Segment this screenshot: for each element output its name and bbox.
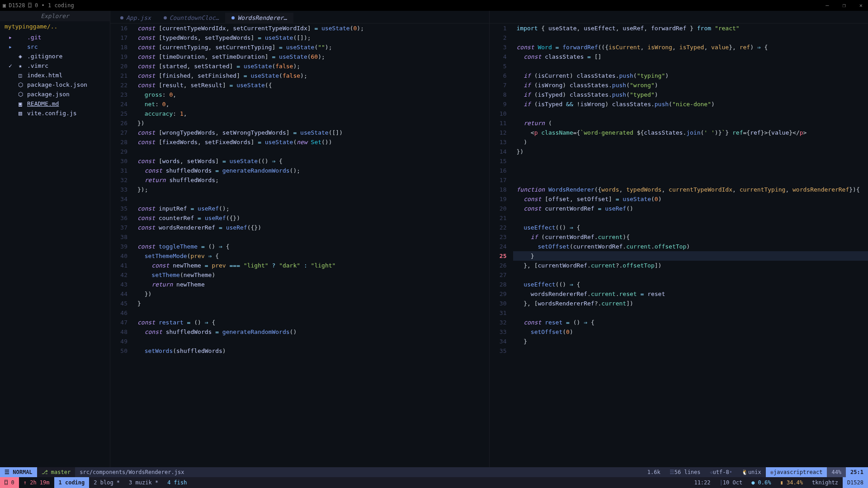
- code-line[interactable]: }): [134, 118, 489, 128]
- tab-bar: App.jsxCountdownCloc…WordsRenderer…: [110, 11, 489, 23]
- code-line[interactable]: net: 0,: [134, 99, 489, 109]
- code-line[interactable]: });: [134, 185, 489, 194]
- file-type: ◉ javascriptreact: [766, 467, 827, 477]
- code-line[interactable]: const [finished, setFinished] = useState…: [134, 71, 489, 80]
- code-line[interactable]: accuracy: 1,: [134, 109, 489, 118]
- code-line[interactable]: [513, 175, 868, 185]
- code-line[interactable]: setOffset(0): [513, 327, 868, 337]
- code-line[interactable]: return (: [513, 118, 868, 128]
- code-line[interactable]: return shuffledWords;: [134, 175, 489, 185]
- code-line[interactable]: const reset = () ⇒ {: [513, 318, 868, 327]
- code-line[interactable]: gross: 0,: [134, 90, 489, 99]
- code-line[interactable]: if (isTyped && !isWrong) classStates.pus…: [513, 99, 868, 109]
- code-line[interactable]: const [started, setStarted] = useState(f…: [134, 61, 489, 71]
- code-line[interactable]: const [result, setResult] = useState({: [134, 80, 489, 90]
- code-line[interactable]: const counterRef = useRef({}): [134, 213, 489, 223]
- tree-item-packagejson[interactable]: ⬡package.json: [0, 89, 110, 99]
- code-editor-left[interactable]: 1617181920212223242526272829303132333435…: [110, 23, 489, 467]
- code-line[interactable]: }: [134, 299, 489, 308]
- code-line[interactable]: wordsRendererRef.current.reset = reset: [513, 289, 868, 299]
- code-line[interactable]: if (isWrong) classStates.push("wrong"): [513, 80, 868, 90]
- code-line[interactable]: <p className={`word-generated ${classSta…: [513, 128, 868, 137]
- code-line[interactable]: if (isTyped) classStates.push("typed"): [513, 90, 868, 99]
- code-line[interactable]: import { useState, useEffect, useRef, fo…: [513, 23, 868, 33]
- code-line[interactable]: [134, 308, 489, 318]
- code-line[interactable]: const wordsRendererRef = useRef({}): [134, 223, 489, 232]
- code-line[interactable]: }: [513, 251, 868, 261]
- code-line[interactable]: }, [wordsRendererRef?.current]): [513, 299, 868, 308]
- code-line[interactable]: [513, 33, 868, 42]
- code-line[interactable]: ): [513, 137, 868, 147]
- code-line[interactable]: useEffect(() ⇒ {: [513, 280, 868, 289]
- tree-item-viteconfigjs[interactable]: ▤vite.config.js: [0, 108, 110, 118]
- code-line[interactable]: [513, 109, 868, 118]
- git-branch[interactable]: ⎇ master: [37, 467, 75, 477]
- code-line[interactable]: const shuffledWords = generateRandomWord…: [134, 166, 489, 175]
- tmux-session[interactable]: ⌼ 0: [0, 477, 19, 488]
- tab-CountdownCloc[interactable]: CountdownCloc…: [157, 13, 226, 23]
- code-line[interactable]: const [typedWords, setTypedWords] = useS…: [134, 33, 489, 42]
- code-line[interactable]: if (isCurrent) classStates.push("typing"…: [513, 71, 868, 80]
- code-line[interactable]: return newTheme: [134, 280, 489, 289]
- code-line[interactable]: if (currentWordRef.current){: [513, 232, 868, 242]
- breadcrumb[interactable]: mytypinggame/..: [0, 21, 110, 32]
- close-button[interactable]: ✕: [857, 2, 865, 9]
- code-line[interactable]: [513, 156, 868, 166]
- code-line[interactable]: }: [513, 337, 868, 346]
- code-line[interactable]: setOffset(currentWordRef.current.offsetT…: [513, 242, 868, 251]
- code-line[interactable]: const [timeDuration, setTimeDuration] = …: [134, 52, 489, 61]
- code-line[interactable]: [513, 166, 868, 175]
- code-line[interactable]: const classStates = []: [513, 52, 868, 61]
- code-line[interactable]: }): [134, 289, 489, 299]
- code-line[interactable]: [134, 194, 489, 204]
- tree-item-READMEmd[interactable]: ▣README.md: [0, 99, 110, 108]
- tab-label: WordsRenderer…: [237, 14, 287, 21]
- code-line[interactable]: const Word = forwardRef(({isCurrent, isW…: [513, 42, 868, 52]
- tmux-window[interactable]: 4 fish: [163, 477, 191, 488]
- code-line[interactable]: const [currentTyping, setCurrentTyping] …: [134, 42, 489, 52]
- tree-item-packagelockjson[interactable]: ⬡package-lock.json: [0, 80, 110, 89]
- minimize-button[interactable]: —: [823, 2, 831, 9]
- code-editor-right[interactable]: 1234567891011121314151617181920212223242…: [490, 23, 868, 467]
- code-line[interactable]: setWords(shuffledWords): [134, 346, 489, 356]
- tmux-window[interactable]: 1 coding: [54, 477, 90, 488]
- code-line[interactable]: [134, 147, 489, 156]
- code-line[interactable]: setTheme(newTheme): [134, 270, 489, 280]
- maximize-button[interactable]: ❐: [840, 2, 849, 9]
- code-line[interactable]: const [words, setWords] = useState(() ⇒ …: [134, 156, 489, 166]
- code-line[interactable]: const newTheme = prev === "light" ? "dar…: [134, 261, 489, 270]
- code-line[interactable]: const shuffledWords = generateRandomWord…: [134, 327, 489, 337]
- code-line[interactable]: const restart = () ⇒ {: [134, 318, 489, 327]
- code-line[interactable]: setThemeMode(prev ⇒ {: [134, 251, 489, 261]
- tree-item-src[interactable]: ▸src: [0, 42, 110, 52]
- code-line[interactable]: const [fixedWords, setFixedWords] = useS…: [134, 137, 489, 147]
- code-line[interactable]: const toggleTheme = () ⇒ {: [134, 242, 489, 251]
- tree-item-git[interactable]: ▸.git: [0, 33, 110, 42]
- code-line[interactable]: [134, 232, 489, 242]
- tmux-window[interactable]: 3 muzik *: [124, 477, 163, 488]
- code-line[interactable]: const [currentTypeWordIdx, setCurrentTyp…: [134, 23, 489, 33]
- file-label: package-lock.json: [27, 81, 87, 88]
- tree-item-indexhtml[interactable]: ◫index.html: [0, 70, 110, 80]
- code-line[interactable]: const [offset, setOffset] = useState(0): [513, 194, 868, 204]
- code-line[interactable]: [513, 346, 868, 356]
- scroll-percent: 44%: [827, 467, 846, 477]
- code-line[interactable]: [513, 308, 868, 318]
- code-line[interactable]: [134, 337, 489, 346]
- encoding: ⟐ utf-8 •: [705, 467, 737, 477]
- code-line[interactable]: const inputRef = useRef();: [134, 204, 489, 213]
- code-line[interactable]: const [wrongTypedWords, setWrongTypedWor…: [134, 128, 489, 137]
- code-line[interactable]: }, [currentWordRef.current?.offsetTop]): [513, 261, 868, 270]
- tree-item-gitignore[interactable]: ◈.gitignore: [0, 52, 110, 61]
- code-line[interactable]: useEffect(() ⇒ {: [513, 223, 868, 232]
- code-line[interactable]: function WordsRenderer({words, typedWord…: [513, 185, 868, 194]
- code-line[interactable]: [513, 213, 868, 223]
- code-line[interactable]: [513, 61, 868, 71]
- code-line[interactable]: [513, 270, 868, 280]
- tmux-window[interactable]: 2 blog *: [89, 477, 124, 488]
- tab-WordsRenderer[interactable]: WordsRenderer…: [225, 13, 293, 23]
- tab-Appjsx[interactable]: App.jsx: [114, 13, 157, 23]
- code-line[interactable]: const currentWordRef = useRef(): [513, 204, 868, 213]
- code-line[interactable]: }): [513, 147, 868, 156]
- tree-item-vimrc[interactable]: ✓★.vimrc: [0, 61, 110, 70]
